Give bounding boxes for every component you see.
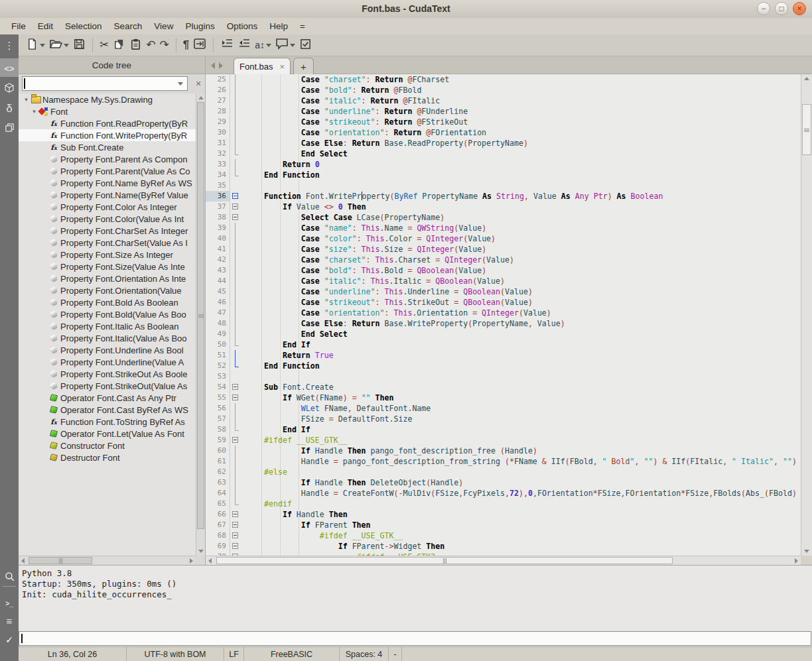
line-number[interactable]: 64 — [206, 488, 230, 499]
fold-marker[interactable] — [230, 106, 241, 117]
tree-vertical-scrollbar[interactable] — [196, 93, 205, 556]
fold-marker[interactable] — [230, 509, 241, 520]
tree-item[interactable]: Property Font.Orientation As Inte — [19, 272, 196, 284]
tree-filter-clear-button[interactable]: × — [194, 78, 203, 90]
save-button[interactable] — [71, 36, 88, 54]
line-number[interactable]: 31 — [206, 138, 230, 149]
panel-validate-button[interactable]: ✓ — [0, 631, 19, 648]
line-number[interactable]: 65 — [206, 499, 230, 509]
fold-marker[interactable] — [230, 244, 241, 255]
tab-scroll-left-icon[interactable] — [211, 62, 215, 69]
fold-marker[interactable] — [230, 138, 241, 149]
editor-horizontal-scrollbar[interactable] — [206, 556, 801, 565]
comment-button[interactable] — [273, 36, 297, 54]
show-invisibles-button[interactable]: ¶ — [181, 36, 191, 54]
panel-output-button[interactable]: ≡ — [0, 612, 19, 629]
redo-button[interactable]: ↷ — [158, 36, 171, 54]
tree-item[interactable]: Property Font.Name ByRef As WS — [19, 177, 196, 189]
fold-marker[interactable] — [230, 212, 241, 223]
fold-marker[interactable] — [230, 499, 241, 509]
line-number[interactable]: 46 — [206, 297, 230, 308]
tree-item[interactable]: Property Font.Color As Integer — [19, 201, 196, 213]
unindent-button[interactable] — [236, 36, 253, 54]
line-number[interactable]: 66 — [206, 509, 230, 520]
panel-code-tree-button[interactable]: <> — [0, 58, 19, 77]
fold-marker[interactable] — [230, 350, 241, 361]
line-number[interactable]: 59 — [206, 435, 230, 446]
line-number[interactable]: 44 — [206, 276, 230, 286]
line-number[interactable]: 29 — [206, 117, 230, 127]
tree-item[interactable]: Property Font.Name(ByRef Value — [19, 189, 196, 201]
minimize-button[interactable]: − — [757, 2, 770, 15]
tree-vscroll-thumb[interactable] — [197, 102, 204, 529]
close-button[interactable]: × — [793, 2, 806, 15]
tree-item[interactable]: Property Font.Bold(Value As Boo — [19, 308, 196, 320]
tree-item[interactable]: fxFunction Font.WriteProperty(ByR — [19, 129, 196, 141]
scroll-down-icon[interactable] — [804, 550, 809, 553]
tree-item[interactable]: Property Font.Bold As Boolean — [19, 296, 196, 308]
fold-marker[interactable] — [230, 170, 241, 180]
line-number[interactable]: 25 — [206, 74, 230, 85]
copy-button[interactable] — [111, 36, 127, 54]
line-number[interactable]: 43 — [206, 265, 230, 276]
console-input[interactable] — [19, 631, 811, 646]
menu-view[interactable]: View — [148, 18, 179, 34]
open-file-button[interactable] — [47, 36, 71, 54]
tree-item[interactable]: Constructor Font — [19, 440, 196, 451]
status-encoding[interactable]: UTF-8 with BOM — [127, 647, 224, 661]
menu-help[interactable]: Help — [263, 18, 294, 34]
tree-hscroll-thumb[interactable] — [29, 557, 92, 564]
tree-item[interactable]: fxFunction Font.ReadProperty(ByR — [19, 117, 196, 129]
line-number[interactable]: 42 — [206, 255, 230, 265]
panel-tabs-button[interactable] — [0, 119, 19, 138]
tree-item[interactable]: fxSub Font.Create — [19, 141, 196, 153]
paste-button[interactable] — [127, 36, 144, 54]
dropdown-caret-icon[interactable] — [266, 44, 271, 47]
line-number[interactable]: 49 — [206, 329, 230, 339]
tree-item[interactable]: ▾Namespace My.Sys.Drawing — [19, 93, 196, 105]
line-number[interactable]: 28 — [206, 106, 230, 117]
word-wrap-button[interactable] — [191, 36, 208, 54]
fold-marker[interactable] — [230, 255, 241, 265]
expander-icon[interactable]: ▾ — [22, 96, 31, 103]
editor-vertical-scrollbar[interactable] — [801, 74, 812, 556]
scroll-left-icon[interactable] — [21, 558, 25, 564]
scroll-right-icon[interactable] — [795, 558, 798, 564]
tree-horizontal-scrollbar[interactable] — [19, 556, 196, 565]
tree-item[interactable]: Property Font.Color(Value As Int — [19, 213, 196, 225]
tree-item[interactable]: Operator Font.Let(Value As Font — [19, 428, 196, 440]
tab-close-icon[interactable]: × — [279, 62, 285, 72]
line-number[interactable]: 33 — [206, 159, 230, 170]
fold-marker[interactable] — [230, 520, 241, 530]
tree-filter-input[interactable] — [22, 76, 188, 91]
line-number[interactable]: 50 — [206, 339, 230, 350]
line-number[interactable]: 56 — [206, 403, 230, 414]
fold-marker[interactable] — [230, 329, 241, 339]
fold-marker[interactable] — [230, 392, 241, 403]
fold-marker[interactable] — [230, 85, 241, 95]
tree-item[interactable]: Destructor Font — [19, 451, 196, 463]
line-number[interactable]: 57 — [206, 414, 230, 424]
tree-item[interactable]: Operator Font.Cast ByRef As WS — [19, 404, 196, 416]
menu-edit[interactable]: Edit — [32, 18, 59, 34]
scroll-up-icon[interactable] — [198, 96, 204, 99]
fold-marker[interactable] — [230, 149, 241, 159]
fold-marker[interactable] — [230, 127, 241, 138]
tree-item[interactable]: Property Font.Orientation(Value — [19, 284, 196, 296]
fold-marker[interactable] — [230, 477, 241, 488]
fold-marker[interactable] — [230, 159, 241, 170]
fold-marker[interactable] — [230, 265, 241, 276]
panel-console-button[interactable]: >_ — [0, 593, 19, 611]
checkbox-button[interactable] — [297, 36, 314, 54]
fold-marker[interactable] — [230, 446, 241, 456]
line-number[interactable]: 39 — [206, 223, 230, 233]
line-number[interactable]: 51 — [206, 350, 230, 361]
tab-scroll-arrows[interactable] — [211, 62, 227, 69]
indent-button[interactable] — [218, 36, 236, 54]
line-number[interactable]: 26 — [206, 85, 230, 95]
tab-scroll-right-icon[interactable] — [219, 62, 223, 69]
cut-button[interactable]: ✂ — [98, 36, 111, 54]
line-number[interactable]: 63 — [206, 477, 230, 488]
status-wrap[interactable]: - — [389, 647, 402, 661]
fold-marker[interactable] — [230, 276, 241, 286]
